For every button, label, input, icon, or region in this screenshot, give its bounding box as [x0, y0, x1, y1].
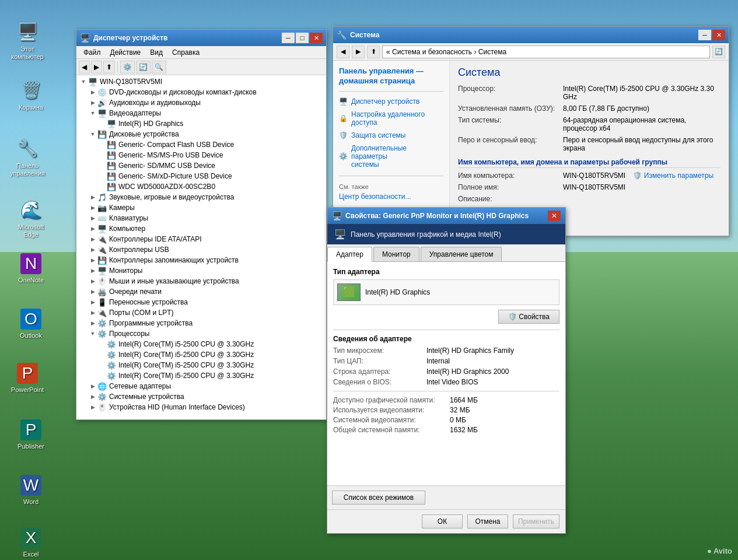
tree-cpu-4[interactable]: ⚙️ Intel(R) Core(TM) i5-2500 CPU @ 3.30G… [96, 370, 325, 381]
syswin-desc-value [563, 195, 720, 203]
tree-print[interactable]: ▶ 🖨️ Очереди печати [87, 286, 325, 297]
tree-dvd[interactable]: ▶ 💿 DVD-дисководы и дисководы компакт-ди… [87, 87, 325, 97]
modes-btn[interactable]: Список всех режимов [332, 491, 425, 505]
tree-software[interactable]: ▶ ⚙️ Программные устройства [87, 318, 325, 328]
tree-ide[interactable]: ▶ 🔌 Контроллеры IDE ATA/ATAPI [87, 234, 325, 244]
tree-cameras[interactable]: ▶ 📷 Камеры [87, 202, 325, 213]
tree-disk-4[interactable]: 💾 Generic- SM/xD-Picture USB Device [96, 171, 325, 181]
props-close-btn[interactable]: ✕ [548, 211, 561, 221]
syswin-hostname-row: Имя компьютера: WIN-Q180T5RV5MI 🛡️ Измен… [458, 172, 720, 180]
com-icon: 🔌 [97, 309, 107, 317]
syswin-refresh-btn[interactable]: 🔄 [712, 46, 725, 58]
devmgr-menu-file[interactable]: Файл [79, 47, 106, 58]
devmgr-maximize-btn[interactable]: □ [296, 33, 309, 43]
tree-root[interactable]: ▼ 🖥️ WIN-Q180T5RV5MI [78, 76, 325, 87]
tree-com[interactable]: ▶ 🔌 Порты (COM и LPT) [87, 307, 325, 318]
syswin-remote-link[interactable]: 🔒 Настройка удаленногодоступа [339, 108, 443, 129]
tree-disk-3[interactable]: 💾 Generic- SD/MMC USB Device [96, 160, 325, 171]
tree-disk-1[interactable]: 💾 Generic- Compact Flash USB Device [96, 139, 325, 150]
syswin-protection-link[interactable]: 🛡️ Защита системы [339, 129, 443, 142]
syswin-forward-btn[interactable]: ▶ [352, 46, 365, 58]
tree-disk-2[interactable]: 💾 Generic- MS/MS-Pro USB Device [96, 150, 325, 160]
info-row-1: Тип ЦАП: Internal [333, 357, 559, 365]
mice-exp: ▶ [88, 276, 97, 286]
tree-disk-5[interactable]: 💾 WDC WD5000AZDX-00SC2B0 [96, 181, 325, 192]
tab-color[interactable]: Управление цветом [421, 247, 502, 261]
devmgr-minimize-btn[interactable]: ─ [282, 33, 295, 43]
tree-portable[interactable]: ▶ 📱 Переносные устройства [87, 297, 325, 307]
desktop-icon-recycle[interactable]: 🗑️ Корзина [11, 76, 51, 114]
desktop-icon-word[interactable]: W Word [11, 473, 51, 508]
devmgr-props-btn[interactable]: ⚙️ [120, 61, 135, 74]
ide-label: Контроллеры IDE ATA/ATAPI [109, 235, 202, 243]
desktop-icon-powerpoint[interactable]: P PowerPoint [7, 360, 48, 396]
devmgr-up-btn[interactable]: ⬆ [103, 61, 115, 74]
sysdev-label: Системные устройства [109, 393, 184, 401]
tree-keyboards[interactable]: ▶ ⌨️ Клавиатуры [87, 213, 325, 223]
mem-label-2: Системной видеопамяти: [333, 416, 450, 424]
d5-icon: 💾 [107, 183, 116, 191]
tree-cpu-3[interactable]: ⚙️ Intel(R) Core(TM) i5-2500 CPU @ 3.30G… [96, 360, 325, 370]
tab-monitor[interactable]: Монитор [373, 247, 419, 261]
tree-monitors[interactable]: ▶ 🖥️ Мониторы [87, 265, 325, 276]
sound-icon: 🎵 [97, 193, 107, 202]
tree-video[interactable]: ▼ 🖥️ Видеоадаптеры [87, 108, 325, 118]
props-apply-btn: Применить [513, 514, 559, 528]
tab-adapter[interactable]: Адаптер [327, 247, 372, 262]
desktop-icon-edge[interactable]: 🌊 MicrosoftEdge [11, 195, 51, 241]
tree-cpu-2[interactable]: ⚙️ Intel(R) Core(TM) i5-2500 CPU @ 3.30G… [96, 349, 325, 360]
props-cancel-btn[interactable]: Отмена [467, 514, 508, 528]
onenote-icon-label: OneNote [18, 276, 44, 284]
tree-sysdev[interactable]: ▶ ⚙️ Системные устройства [87, 391, 325, 402]
props-body: Тип адаптера 🟩 Intel(R) HD Graphics 🛡️ С… [327, 262, 565, 485]
tree-disk[interactable]: ▼ 💾 Дисковые устройства [87, 129, 325, 139]
mem-value-0: 1664 МБ [450, 396, 478, 404]
props-props-btn[interactable]: 🛡️ Свойства [498, 310, 559, 324]
syswin-minimize-btn[interactable]: ─ [698, 30, 711, 40]
devmgr-tree[interactable]: ▼ 🖥️ WIN-Q180T5RV5MI ▶ 💿 DVD-дисководы и… [76, 75, 326, 419]
devmgr-menu-view[interactable]: Вид [145, 47, 167, 58]
desktop-icon-onenote[interactable]: N OneNote [11, 251, 51, 286]
devmgr-menu-action[interactable]: Действие [106, 47, 146, 58]
sysdev-icon: ⚙️ [97, 393, 107, 401]
tree-processors[interactable]: ▼ ⚙️ Процессоры [87, 328, 325, 339]
hid-exp: ▶ [88, 402, 97, 412]
syswin-sidebar-home[interactable]: Панель управления — домашняя страница [339, 66, 443, 86]
tree-sound[interactable]: ▶ 🎵 Звуковые, игровые и видеоустройства [87, 192, 325, 202]
syswin-advanced-link[interactable]: ⚙️ Дополнительные параметрысистемы [339, 142, 443, 171]
syswin-address-box[interactable]: « Система и безопасность › Система [382, 46, 710, 58]
tree-network[interactable]: ▶ 🌐 Сетевые адаптеры [87, 381, 325, 391]
devmgr-forward-btn[interactable]: ▶ [91, 61, 102, 74]
syswin-back-btn[interactable]: ◀ [337, 46, 349, 58]
desktop-icon-publisher[interactable]: P Publisher [11, 417, 51, 453]
syswin-devmgr-link[interactable]: 🖥️ Диспетчер устройств [339, 95, 443, 108]
tree-hd-graphics[interactable]: 🖥️ Intel(R) HD Graphics [96, 118, 325, 129]
powerpoint-icon: P [17, 363, 38, 384]
devmgr-back-btn[interactable]: ◀ [79, 61, 90, 74]
syswin-security-link[interactable]: Центр безопасности... [339, 190, 443, 203]
devmgr-scan-btn[interactable]: 🔍 [152, 61, 166, 74]
syswin-up-btn[interactable]: ⬆ [367, 46, 380, 58]
adapter-device-name: Intel(R) HD Graphics [365, 288, 430, 296]
tree-storage[interactable]: ▶ 💾 Контроллеры запоминающих устройств [87, 255, 325, 265]
syswin-address-bar: ◀ ▶ ⬆ « Система и безопасность › Система… [333, 43, 729, 61]
syswin-change-link[interactable]: 🛡️ Изменить параметры [633, 172, 713, 180]
desktop-icon-controlpanel[interactable]: 🔧 Панельуправления [7, 134, 48, 180]
devmgr-close-btn[interactable]: ✕ [310, 33, 323, 43]
tree-mice[interactable]: ▶ 🖱️ Мыши и иные указывающие устройства [87, 276, 325, 286]
tree-computer-node[interactable]: ▶ 🖥️ Компьютер [87, 223, 325, 234]
sidebar-divider2 [339, 176, 443, 176]
syswin-close-btn[interactable]: ✕ [712, 30, 725, 40]
tree-cpu-1[interactable]: ⚙️ Intel(R) Core(TM) i5-2500 CPU @ 3.30G… [96, 339, 325, 349]
tree-usb[interactable]: ▶ 🔌 Контроллеры USB [87, 244, 325, 255]
info-label-3: Сведения о BIOS: [333, 378, 426, 386]
port-icon: 📱 [97, 298, 107, 307]
props-ok-btn[interactable]: ОК [422, 514, 463, 528]
desktop-icon-computer[interactable]: 🖥️ Этоткомпьютер [7, 18, 48, 63]
devmgr-update-btn[interactable]: 🔄 [136, 61, 151, 74]
tree-audio[interactable]: ▶ 🔊 Аудиовходы и аудиовыходы [87, 97, 325, 108]
desktop-icon-excel[interactable]: X Excel [11, 525, 51, 560]
tree-hid[interactable]: ▶ 🖱️ Устройства HID (Human Interface Dev… [87, 402, 325, 412]
devmgr-menu-help[interactable]: Справка [167, 47, 204, 58]
desktop-icon-outlook[interactable]: O Outlook [11, 306, 51, 342]
